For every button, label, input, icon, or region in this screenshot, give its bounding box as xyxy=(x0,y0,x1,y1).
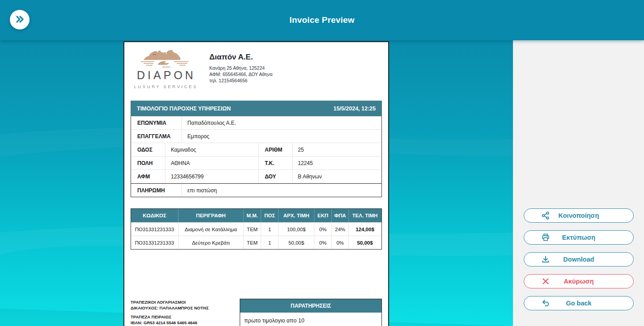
item-cell: ΤΕΜ xyxy=(244,236,261,249)
company-logo: DIAPON LUXURY SERVICES xyxy=(131,48,199,89)
customer-row: ΑΦΜ 12334656799 ΔΟΥ Β Αθηνων xyxy=(131,170,381,183)
item-cell: ΠΟ31331231333 xyxy=(131,223,178,236)
item-cell: ΤΕΜ xyxy=(244,223,261,236)
print-button[interactable]: Εκτύπωση xyxy=(524,230,634,245)
bank-accounts-info: ΤΡΑΠΕΖΙΚΟΙ ΛΟΓΑΡΙΑΣΜΟΙ ΔΙΚΑΙΟΥΧΟΣ: ΠΑΠΑΛ… xyxy=(131,300,209,326)
field-value: Β Αθηνων xyxy=(292,170,381,183)
customer-row: ΠΟΛΗ ΑΘΗΝΑ Τ.Κ. 12245 xyxy=(131,157,381,170)
field-label: ΟΔΟΣ xyxy=(131,147,165,153)
field-label: ΠΟΛΗ xyxy=(131,160,165,166)
field-value: επι πιστώση xyxy=(182,184,381,197)
customer-row: ΕΠΩΝΥΜΙΑ Παπαδόπουλος Α.Ε. xyxy=(131,116,381,130)
field-label: ΑΦΜ xyxy=(131,174,165,180)
print-button-label: Εκτύπωση xyxy=(562,234,595,241)
field-label: Τ.Κ. xyxy=(258,157,292,169)
item-cell: 0% xyxy=(332,236,349,249)
field-value: 12245 xyxy=(292,157,381,169)
share-button-label: Κοινοποίηση xyxy=(559,212,599,219)
item-row: ΠΟ31331231333 Διαμονή σε Κατάλλημα ΤΕΜ 1… xyxy=(131,222,381,236)
collapse-sidebar-button[interactable] xyxy=(10,10,30,30)
share-icon xyxy=(541,211,550,220)
item-cell: 0% xyxy=(314,223,332,236)
company-phone: τηλ. 12154564656 xyxy=(209,77,272,84)
customer-row: ΕΠΑΓΓΕΛΜΑ Εμπορος xyxy=(131,130,381,143)
field-value: Καμιναδος xyxy=(165,143,258,156)
item-cell: 124,00$ xyxy=(349,223,381,236)
item-cell: 50,00$ xyxy=(279,236,314,249)
column-header: ΑΡΧ. ΤΙΜΗ xyxy=(279,209,314,222)
field-label: ΑΡΙΘΜ xyxy=(258,143,292,156)
customer-table: ΤΙΜΟΛΟΓΙΟ ΠΑΡΟΧΗΣ ΥΠΗΡΕΣΙΩΝ 15/5/2024, 1… xyxy=(131,101,382,197)
item-cell: Δεύτερο Κρεβάτι xyxy=(178,236,244,249)
field-label: ΕΠΩΝΥΜΙΑ xyxy=(131,120,182,126)
item-cell: 50,00$ xyxy=(349,236,381,249)
invoice-preview-document: DIAPON LUXURY SERVICES Διαπόν Α.Ε. Κανάρ… xyxy=(123,41,389,326)
print-icon xyxy=(541,233,550,242)
page-title: Invoice Preview xyxy=(0,0,644,40)
close-icon xyxy=(541,277,550,286)
bank-line: ΤΡΑΠΕΖΙΚΟΙ ΛΟΓΑΡΙΑΣΜΟΙ xyxy=(131,300,209,305)
field-value: ΑΘΗΝΑ xyxy=(165,157,258,169)
company-tax-info: ΑΦΜ: 655645466, ΔΟΥ Αθηνα xyxy=(209,71,272,77)
column-header: ΤΕΛ. ΤΙΜΗ xyxy=(349,209,381,222)
download-button-label: Download xyxy=(563,256,594,263)
download-icon xyxy=(541,255,550,264)
invoice-title: ΤΙΜΟΛΟΓΙΟ ΠΑΡΟΧΗΣ ΥΠΗΡΕΣΙΩΝ xyxy=(137,106,231,112)
cancel-button[interactable]: Ακύρωση xyxy=(524,274,634,288)
company-info: Διαπόν Α.Ε. Κανάρη 25 Αθήνα, 125224 ΑΦΜ:… xyxy=(209,53,272,84)
company-name: Διαπόν Α.Ε. xyxy=(209,53,272,62)
field-label: ΕΠΑΓΓΕΛΜΑ xyxy=(131,133,182,140)
notes-content: πρωτο τιμολογιο απο 10 xyxy=(240,313,381,326)
items-table: ΚΩΔΙΚΟΣ ΠΕΡΙΓΡΑΦΗ Μ.Μ. ΠΟΣ ΑΡΧ. ΤΙΜΗ ΕΚΠ… xyxy=(131,208,382,250)
company-address: Κανάρη 25 Αθήνα, 125224 xyxy=(209,65,272,71)
app-bar: Invoice Preview xyxy=(0,0,644,40)
actions-panel: Κοινοποίηση Εκτύπωση Down xyxy=(513,40,644,326)
chevron-double-right-icon xyxy=(15,15,25,25)
cancel-button-label: Ακύρωση xyxy=(564,278,594,285)
bank-line: ΔΙΚΑΙΟΥΧΟΣ: ΠΑΠΑΛΑΜΠΡΟΣ ΝΟΤΗΣ xyxy=(131,305,209,311)
bank-line: IBAN: GR53 4214 5546 5465 4646 xyxy=(131,320,209,326)
island-village-illustration-icon xyxy=(137,48,193,68)
logo-subtitle: LUXURY SERVICES xyxy=(131,84,200,89)
notes-box: ΠΑΡΑΤΗΡΗΣΕΙΣ πρωτο τιμολογιο απο 10 xyxy=(240,299,382,326)
item-cell: Διαμονή σε Κατάλλημα xyxy=(178,223,244,236)
go-back-button-label: Go back xyxy=(566,300,591,307)
undo-icon xyxy=(541,299,550,308)
invoice-datetime: 15/5/2024, 12:25 xyxy=(333,106,376,112)
share-button[interactable]: Κοινοποίηση xyxy=(524,208,634,223)
field-value: Παπαδόπουλος Α.Ε. xyxy=(182,116,381,129)
item-cell: 1 xyxy=(261,223,279,236)
column-header: Μ.Μ. xyxy=(244,209,261,222)
column-header: ΦΠΑ xyxy=(332,209,349,222)
download-button[interactable]: Download xyxy=(524,252,634,267)
column-header: ΠΟΣ xyxy=(261,209,279,222)
logo-wordmark: DIAPON xyxy=(131,69,201,82)
field-value: Εμπορος xyxy=(182,130,381,143)
item-cell: 24% xyxy=(332,223,349,236)
actions-button-stack: Κοινοποίηση Εκτύπωση Down xyxy=(524,208,634,310)
invoice-title-bar: ΤΙΜΟΛΟΓΙΟ ΠΑΡΟΧΗΣ ΥΠΗΡΕΣΙΩΝ 15/5/2024, 1… xyxy=(131,101,382,116)
column-header: ΚΩΔΙΚΟΣ xyxy=(131,209,178,222)
item-cell: 0% xyxy=(314,236,332,249)
items-table-header: ΚΩΔΙΚΟΣ ΠΕΡΙΓΡΑΦΗ Μ.Μ. ΠΟΣ ΑΡΧ. ΤΙΜΗ ΕΚΠ… xyxy=(131,209,381,222)
item-cell: 1 xyxy=(261,236,279,249)
customer-row: ΟΔΟΣ Καμιναδος ΑΡΙΘΜ 25 xyxy=(131,143,381,157)
field-value: 25 xyxy=(292,143,381,156)
item-row: ΠΟ31331231333 Δεύτερο Κρεβάτι ΤΕΜ 1 50,0… xyxy=(131,236,381,249)
field-value: 12334656799 xyxy=(165,170,258,183)
field-label: ΠΛΗΡΩΜΗ xyxy=(131,187,182,194)
notes-title: ΠΑΡΑΤΗΡΗΣΕΙΣ xyxy=(240,299,381,313)
payment-row: ΠΛΗΡΩΜΗ επι πιστώση xyxy=(131,183,381,197)
column-header: ΕΚΠ xyxy=(314,209,332,222)
item-cell: 100,00$ xyxy=(279,223,314,236)
item-cell: ΠΟ31331231333 xyxy=(131,236,178,249)
field-label: ΔΟΥ xyxy=(258,170,292,183)
go-back-button[interactable]: Go back xyxy=(524,296,634,310)
column-header: ΠΕΡΙΓΡΑΦΗ xyxy=(178,209,244,222)
bank-line: ΤΡΑΠΕΖΑ ΠΕΙΡΑΙΩΣ xyxy=(131,314,209,320)
